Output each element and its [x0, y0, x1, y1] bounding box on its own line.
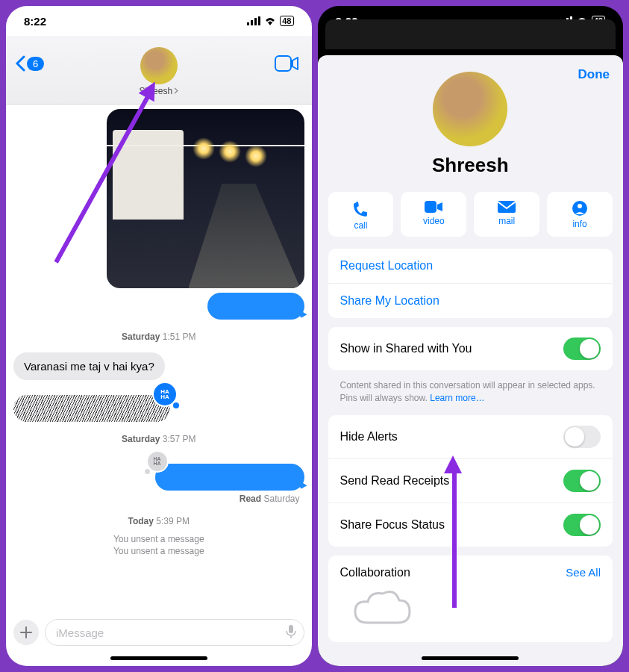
see-all-button[interactable]: See All [566, 566, 601, 579]
cloud-icon [351, 589, 411, 626]
home-indicator[interactable] [422, 656, 519, 660]
received-message-bubble[interactable]: Varanasi me taj v hai kya? [13, 352, 165, 380]
haha-reaction-icon[interactable]: HA HA [148, 452, 167, 471]
dictate-button[interactable] [286, 624, 296, 641]
contact-avatar-large[interactable] [433, 72, 507, 146]
chat-body[interactable]: Saturday 1:51 PM Varanasi me taj v hai k… [6, 105, 312, 615]
background-card [325, 19, 616, 49]
contact-name: Shreesh [330, 154, 612, 177]
received-message-redacted[interactable]: HA HA [13, 395, 170, 422]
collaboration-card: Collaboration See All [328, 556, 613, 642]
contact-avatar[interactable] [140, 47, 178, 84]
attach-button[interactable] [13, 620, 39, 645]
svg-rect-2 [254, 18, 257, 25]
shared-with-you-row: Show in Shared with You [328, 327, 613, 370]
mail-action[interactable]: mail [474, 192, 539, 237]
status-bar: 8:22 48 [6, 6, 312, 36]
focus-status-toggle[interactable] [563, 514, 601, 536]
wifi-icon [264, 16, 276, 25]
message-input[interactable]: iMessage [45, 619, 304, 646]
battery-icon: 48 [280, 16, 293, 26]
svg-rect-10 [425, 201, 436, 213]
plus-icon [20, 626, 32, 638]
info-action[interactable]: info [547, 192, 613, 237]
shared-with-you-toggle[interactable] [563, 337, 601, 360]
haha-reaction-icon[interactable]: HA HA [154, 383, 176, 405]
compose-bar: iMessage [6, 615, 312, 656]
person-icon [572, 201, 587, 216]
phone-icon [352, 201, 369, 217]
chevron-left-icon [15, 55, 25, 72]
contact-sheet: Done Shreesh call video mail [318, 55, 624, 666]
svg-point-13 [578, 204, 582, 208]
hide-alerts-toggle[interactable] [563, 426, 601, 448]
timestamp: Saturday 3:57 PM [13, 434, 304, 444]
svg-rect-3 [258, 16, 260, 25]
request-location-row[interactable]: Request Location [328, 249, 613, 283]
svg-rect-11 [498, 201, 516, 213]
timestamp: Saturday 1:51 PM [13, 332, 304, 342]
home-indicator[interactable] [110, 656, 207, 660]
contact-name-button[interactable]: Shreesh [139, 86, 178, 96]
timestamp: Today 5:39 PM [13, 516, 304, 526]
location-card: Request Location Share My Location [328, 249, 613, 318]
hide-alerts-row: Hide Alerts [328, 415, 613, 458]
messages-conversation-screen: 8:22 48 6 Shreesh [6, 6, 312, 666]
call-action[interactable]: call [328, 192, 394, 237]
video-icon [275, 55, 298, 72]
conversation-header: 6 Shreesh [6, 36, 312, 105]
quick-actions: call video mail info [318, 192, 624, 249]
unsent-notice: You unsent a message [13, 546, 304, 556]
unread-count-badge: 6 [27, 57, 44, 71]
video-icon [425, 201, 442, 213]
done-button[interactable]: Done [578, 67, 610, 82]
focus-status-row: Share Focus Status [328, 503, 613, 547]
mail-icon [498, 201, 516, 213]
mic-icon [286, 624, 296, 639]
sent-message-bubble[interactable] [207, 293, 304, 320]
shared-with-you-card: Show in Shared with You [328, 327, 613, 370]
alerts-card: Hide Alerts Send Read Receipts Share Foc… [328, 415, 613, 547]
collaboration-item[interactable] [340, 585, 422, 630]
unsent-notice: You unsent a message [13, 534, 304, 544]
read-receipts-row: Send Read Receipts [328, 458, 613, 503]
read-receipt: Read Saturday [13, 494, 300, 504]
facetime-button[interactable] [275, 55, 298, 75]
status-indicators: 48 [247, 16, 293, 26]
back-button[interactable]: 6 [15, 55, 44, 72]
contact-details-sheet-screen: 8:22 48 Done Shreesh call v [318, 6, 624, 666]
cellular-icon [247, 16, 260, 25]
sent-image-message[interactable] [107, 109, 304, 288]
svg-rect-4 [275, 56, 291, 71]
collaboration-title: Collaboration [340, 566, 410, 579]
shared-with-you-hint: Content shared in this conversation will… [318, 379, 624, 415]
svg-rect-1 [251, 20, 253, 25]
sent-message-bubble[interactable]: HA HA [155, 464, 304, 491]
svg-rect-0 [247, 22, 249, 25]
read-receipts-toggle[interactable] [563, 470, 601, 492]
share-location-row[interactable]: Share My Location [328, 283, 613, 318]
status-time: 8:22 [24, 15, 46, 28]
learn-more-link[interactable]: Learn more… [430, 393, 484, 403]
chevron-right-icon [174, 87, 178, 94]
video-action[interactable]: video [401, 192, 466, 237]
svg-rect-5 [289, 625, 293, 633]
